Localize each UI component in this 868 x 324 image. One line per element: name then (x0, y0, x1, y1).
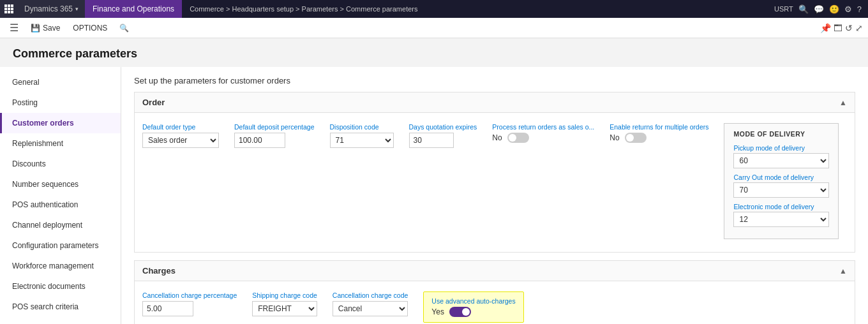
sidebar-item-channel-deployment[interactable]: Channel deployment (0, 215, 121, 235)
use-advanced-field: Use advanced auto-charges Yes (423, 291, 523, 323)
svg-rect-6 (4, 11, 7, 13)
toolbar: ☰ 💾 Save OPTIONS 🔍 📌 🗔 ↺ ⤢ (0, 18, 868, 38)
default-order-type-label: Default order type (142, 123, 219, 131)
cancel-charge-code-select[interactable]: Cancel (333, 301, 408, 316)
process-return-field: Process return orders as sales o... No (492, 123, 594, 143)
disposition-code-label: Disposition code (330, 123, 394, 131)
deposit-pct-field: Default deposit percentage (234, 123, 315, 148)
carry-out-select[interactable]: 70 (733, 182, 829, 198)
sidebar-item-customer-orders[interactable]: Customer orders (0, 113, 121, 133)
process-return-value: No (492, 133, 502, 142)
save-button[interactable]: 💾 Save (26, 21, 65, 35)
cancel-charge-pct-input[interactable] (142, 301, 193, 316)
disposition-code-field: Disposition code 71 (330, 123, 394, 148)
carry-out-label: Carry Out mode of delivery (733, 173, 829, 181)
disposition-code-select[interactable]: 71 (330, 133, 394, 148)
help-icon[interactable]: ? (857, 4, 862, 14)
topbar-right: USRT 🔍 💬 🙂 ⚙ ? (768, 4, 868, 14)
electronic-mode-select[interactable]: 12 (733, 212, 829, 227)
search-icon[interactable]: 🔍 (798, 4, 809, 14)
carry-out-field: Carry Out mode of delivery 70 (733, 173, 829, 198)
default-order-type-field: Default order type Sales order (142, 123, 219, 148)
enable-returns-toggle-wrap: No (610, 133, 708, 143)
window-icon[interactable]: 🗔 (834, 23, 842, 33)
cancel-charge-pct-field: Cancellation charge percentage (142, 291, 237, 316)
enable-returns-label: Enable returns for multiple orders (610, 123, 708, 131)
shipping-charge-select[interactable]: FREIGHT (252, 301, 317, 316)
fo-module-label: Finance and Operations (85, 0, 182, 18)
use-advanced-value: Yes (431, 307, 444, 316)
sidebar-item-pos-auth[interactable]: POS authentication (0, 195, 121, 215)
sidebar-item-pos-search[interactable]: POS search criteria (0, 297, 121, 317)
deposit-pct-label: Default deposit percentage (234, 123, 315, 131)
pickup-mode-field: Pickup mode of delivery 60 (733, 144, 829, 168)
enable-returns-field: Enable returns for multiple orders No (610, 123, 708, 143)
topbar: Dynamics 365 ▾ Finance and Operations Co… (0, 0, 868, 18)
charges-section: Charges ▲ Cancellation charge percentage… (134, 260, 855, 324)
page: Commerce parameters General Posting Cust… (0, 38, 868, 324)
sidebar-item-config-params[interactable]: Configuration parameters (0, 235, 121, 256)
svg-rect-3 (4, 8, 7, 10)
sidebar: General Posting Customer orders Replenis… (0, 67, 121, 324)
sidebar-item-replenishment[interactable]: Replenishment (0, 133, 121, 154)
menu-toggle-button[interactable]: ☰ (5, 18, 23, 38)
process-return-toggle[interactable] (507, 133, 529, 143)
order-section-header[interactable]: Order ▲ (135, 92, 855, 113)
charges-section-header[interactable]: Charges ▲ (135, 261, 855, 281)
order-section-content: Default order type Sales order Default d… (135, 113, 855, 252)
default-order-type-select[interactable]: Sales order (142, 133, 219, 148)
enable-returns-toggle[interactable] (625, 133, 647, 143)
sidebar-item-number-sequences[interactable]: Number sequences (0, 174, 121, 195)
mode-of-delivery-box: MODE OF DELIVERY Pickup mode of delivery… (724, 123, 839, 239)
shipping-charge-field: Shipping charge code FREIGHT (252, 291, 317, 316)
pickup-mode-label: Pickup mode of delivery (733, 144, 829, 152)
charges-collapse-icon[interactable]: ▲ (839, 267, 847, 276)
section-intro: Set up the parameters for customer order… (134, 67, 855, 92)
svg-rect-5 (11, 8, 13, 10)
svg-rect-1 (8, 4, 10, 7)
chat-icon[interactable]: 💬 (814, 4, 824, 14)
settings-icon[interactable]: ⚙ (844, 4, 852, 14)
order-collapse-icon[interactable]: ▲ (839, 98, 847, 107)
smiley-icon[interactable]: 🙂 (829, 4, 839, 14)
enable-returns-value: No (610, 133, 619, 142)
process-return-toggle-wrap: No (492, 133, 594, 143)
pickup-mode-select[interactable]: 60 (733, 153, 829, 168)
deposit-pct-input[interactable] (234, 133, 285, 148)
use-advanced-toggle[interactable] (449, 307, 471, 317)
sidebar-item-discounts[interactable]: Discounts (0, 154, 121, 174)
use-advanced-toggle-wrap: Yes (431, 307, 515, 317)
days-quotation-input[interactable] (409, 133, 454, 148)
sidebar-item-general[interactable]: General (0, 72, 121, 92)
use-advanced-label: Use advanced auto-charges (431, 297, 515, 305)
process-return-label: Process return orders as sales o... (492, 123, 594, 131)
toolbar-search-icon[interactable]: 🔍 (117, 22, 130, 34)
pin-icon[interactable]: 📌 (820, 23, 831, 33)
cancel-charge-code-label: Cancellation charge code (333, 291, 408, 299)
page-title: Commerce parameters (0, 38, 868, 67)
svg-rect-7 (8, 11, 10, 13)
electronic-mode-label: Electronic mode of delivery (733, 203, 829, 210)
chevron-down-icon: ▾ (75, 6, 79, 12)
dynamics-brand[interactable]: Dynamics 365 ▾ (18, 0, 85, 18)
expand-icon[interactable]: ⤢ (855, 23, 863, 33)
options-button[interactable]: OPTIONS (68, 21, 112, 35)
refresh-icon[interactable]: ↺ (845, 23, 853, 33)
electronic-mode-field: Electronic mode of delivery 12 (733, 203, 829, 227)
charges-section-content: Cancellation charge percentage Shipping … (135, 281, 855, 324)
save-icon: 💾 (31, 24, 40, 33)
charges-fields-row: Cancellation charge percentage Shipping … (142, 291, 847, 323)
svg-rect-2 (11, 4, 13, 7)
cancel-charge-pct-label: Cancellation charge percentage (142, 291, 237, 299)
days-quotation-label: Days quotation expires (409, 123, 477, 131)
page-body: General Posting Customer orders Replenis… (0, 67, 868, 324)
order-section: Order ▲ Default order type Sales order D… (134, 92, 855, 253)
sidebar-item-workforce[interactable]: Workforce management (0, 256, 121, 276)
sidebar-item-posting[interactable]: Posting (0, 92, 121, 113)
cancel-charge-code-field: Cancellation charge code Cancel (333, 291, 408, 316)
apps-grid-button[interactable] (0, 0, 18, 18)
sidebar-item-electronic-docs[interactable]: Electronic documents (0, 276, 121, 297)
dynamics-label: Dynamics 365 (24, 4, 73, 13)
order-fields-row: Default order type Sales order Default d… (142, 123, 847, 239)
user-label: USRT (774, 5, 793, 13)
